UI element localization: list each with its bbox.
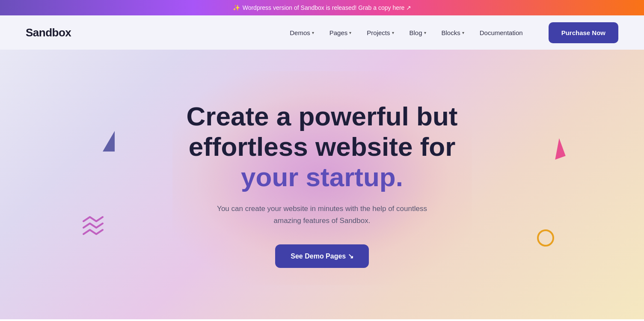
- nav-blocks[interactable]: Blocks ▾: [442, 29, 464, 36]
- nav-documentation[interactable]: Documentation: [480, 29, 523, 36]
- hero-title-accent: your startup.: [241, 162, 403, 192]
- circle-decoration: [537, 229, 554, 247]
- nav-projects[interactable]: Projects ▾: [367, 29, 394, 36]
- chevron-down-icon: ▾: [424, 30, 426, 35]
- see-demo-pages-button[interactable]: See Demo Pages ↘: [275, 244, 368, 268]
- chevron-down-icon: ▾: [349, 30, 351, 35]
- hero-title: Create a powerful but effortless website…: [187, 101, 458, 193]
- announcement-banner[interactable]: ✨ Wordpress version of Sandbox is releas…: [0, 0, 644, 15]
- main-nav: Demos ▾ Pages ▾ Projects ▾ Blog ▾ Blocks…: [290, 29, 522, 36]
- hero-section: Create a powerful but effortless website…: [0, 50, 644, 319]
- banner-icon: ✨: [233, 4, 240, 11]
- zigzag-decoration: [81, 215, 107, 242]
- hero-title-line2: effortless website for: [189, 132, 456, 161]
- purchase-now-button[interactable]: Purchase Now: [549, 22, 618, 43]
- chevron-down-icon: ▾: [392, 30, 394, 35]
- hero-title-line1: Create a powerful but: [187, 101, 458, 131]
- hero-subtitle: You can create your website in minutes w…: [211, 203, 433, 228]
- header: Sandbox Demos ▾ Pages ▾ Projects ▾ Blog …: [0, 15, 644, 50]
- nav-blog[interactable]: Blog ▾: [410, 29, 426, 36]
- logo[interactable]: Sandbox: [26, 26, 71, 39]
- chevron-down-icon: ▾: [462, 30, 464, 35]
- chevron-down-icon: ▾: [312, 30, 314, 35]
- blue-triangle-decoration: [103, 131, 115, 152]
- nav-demos[interactable]: Demos ▾: [290, 29, 314, 36]
- pink-triangle-decoration: [549, 138, 565, 160]
- logo-text: Sandbox: [26, 26, 71, 39]
- nav-pages[interactable]: Pages ▾: [329, 29, 352, 36]
- banner-text: Wordpress version of Sandbox is released…: [243, 4, 412, 11]
